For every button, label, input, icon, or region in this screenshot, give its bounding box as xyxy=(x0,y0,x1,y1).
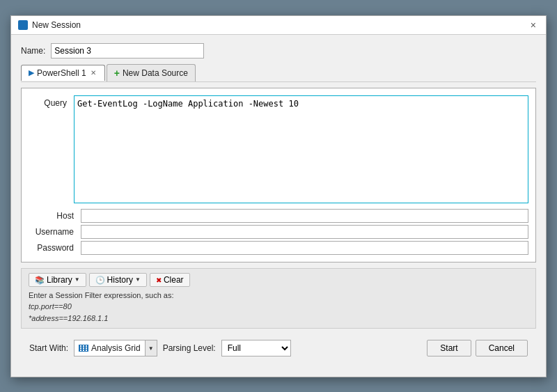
host-row: Host xyxy=(29,209,528,223)
query-section: Query Get-EventLog -LogName Application … xyxy=(29,95,528,203)
filter-example-2: *address==192.168.1.1 xyxy=(29,314,108,322)
start-with-selected: Analysis Grid xyxy=(91,343,141,353)
tab-close-icon[interactable]: ✕ xyxy=(89,69,97,77)
filter-bar: Library ▼ History ▼ Clear Enter a Sessio… xyxy=(21,268,536,329)
dialog-icon xyxy=(18,20,28,30)
library-icon xyxy=(35,275,45,285)
title-bar: New Session × xyxy=(11,16,546,35)
powershell-icon: ▶ xyxy=(29,68,34,77)
filter-hint-title: Enter a Session Filter expression, such … xyxy=(29,291,173,299)
bottom-bar: Start With: Analysis Grid ▼ Parsing Leve… xyxy=(21,334,536,363)
password-row: Password xyxy=(29,241,528,255)
clear-icon xyxy=(156,275,162,285)
start-with-label: Start With: xyxy=(29,343,68,353)
name-input[interactable] xyxy=(51,43,204,58)
clear-label: Clear xyxy=(164,275,184,285)
start-with-chevron-icon: ▼ xyxy=(148,345,154,352)
name-row: Name: xyxy=(21,43,536,58)
action-buttons: Start Cancel xyxy=(427,340,528,356)
history-button[interactable]: History ▼ xyxy=(89,273,147,287)
start-with-dropdown-arrow[interactable]: ▼ xyxy=(145,340,157,356)
close-button[interactable]: × xyxy=(528,20,539,30)
password-label: Password xyxy=(29,243,74,253)
history-chevron-icon: ▼ xyxy=(135,276,141,283)
new-datasource-button[interactable]: + New Data Source xyxy=(107,64,196,81)
host-label: Host xyxy=(29,211,74,221)
clear-button[interactable]: Clear xyxy=(150,273,190,287)
parsing-label: Parsing Level: xyxy=(163,343,216,353)
fields-section: Host Username Password xyxy=(29,209,528,255)
host-input[interactable] xyxy=(81,209,528,223)
library-chevron-icon: ▼ xyxy=(74,276,80,283)
tabs-bar: ▶ PowerShell 1 ✕ + New Data Source xyxy=(21,64,536,82)
query-textarea[interactable]: Get-EventLog -LogName Application -Newes… xyxy=(74,95,528,203)
start-with-section: Start With: Analysis Grid ▼ Parsing Leve… xyxy=(29,340,291,356)
title-bar-left: New Session xyxy=(18,20,81,30)
new-session-dialog: New Session × Name: ▶ PowerShell 1 ✕ + N… xyxy=(10,15,547,377)
username-row: Username xyxy=(29,225,528,239)
username-label: Username xyxy=(29,227,74,237)
parsing-select[interactable]: Full Partial None xyxy=(221,340,291,356)
grid-icon xyxy=(79,345,88,352)
dialog-body: Name: ▶ PowerShell 1 ✕ + New Data Source… xyxy=(11,35,546,377)
main-panel: Query Get-EventLog -LogName Application … xyxy=(21,88,536,262)
username-input[interactable] xyxy=(81,225,528,239)
start-with-value: Analysis Grid xyxy=(74,343,145,353)
dialog-title: New Session xyxy=(32,20,81,30)
add-datasource-icon: + xyxy=(114,68,120,79)
name-label: Name: xyxy=(21,46,45,56)
history-label: History xyxy=(107,275,133,285)
filter-example-1: tcp.port==80 xyxy=(29,302,72,311)
new-datasource-label: New Data Source xyxy=(123,68,188,78)
query-label: Query xyxy=(29,95,67,108)
filter-hint: Enter a Session Filter expression, such … xyxy=(29,290,528,324)
start-with-combo[interactable]: Analysis Grid ▼ xyxy=(74,340,157,356)
cancel-button[interactable]: Cancel xyxy=(476,340,528,356)
tab-powershell[interactable]: ▶ PowerShell 1 ✕ xyxy=(21,65,105,81)
start-button[interactable]: Start xyxy=(427,340,471,356)
library-button[interactable]: Library ▼ xyxy=(29,273,86,287)
library-label: Library xyxy=(47,275,72,285)
password-input[interactable] xyxy=(81,241,528,255)
history-icon xyxy=(95,275,105,285)
tab-label: PowerShell 1 xyxy=(37,68,86,78)
filter-toolbar: Library ▼ History ▼ Clear xyxy=(29,273,528,287)
